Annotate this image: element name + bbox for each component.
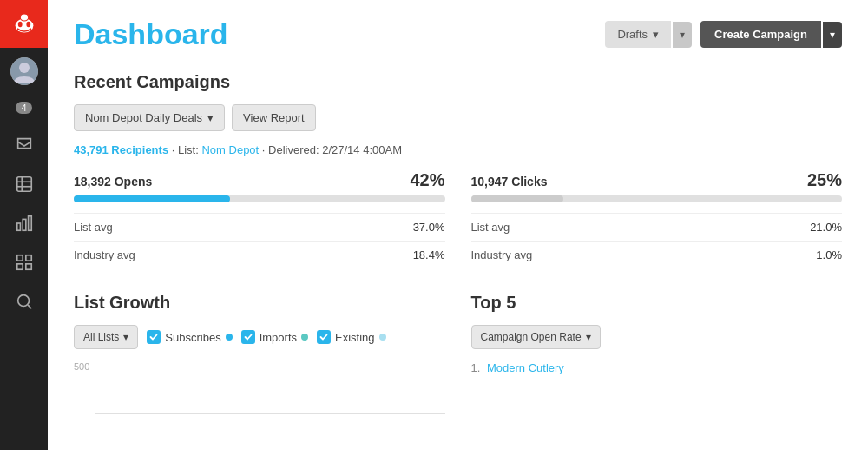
subscribes-dot: [226, 334, 233, 341]
opens-list-avg-label: List avg: [74, 221, 113, 234]
clicks-industry-avg-row: Industry avg 1.0%: [471, 241, 843, 268]
subscribes-checkbox-item[interactable]: Subscribes: [147, 330, 232, 344]
campaign-toolbar: Nom Depot Daily Deals ▾ View Report: [74, 104, 842, 131]
avatar-image: [10, 57, 38, 85]
existing-label: Existing: [335, 331, 375, 344]
imports-label: Imports: [260, 331, 297, 344]
svg-rect-15: [16, 263, 22, 268]
top5-filter-chevron-icon: ▾: [586, 331, 591, 343]
opens-list-avg-row: List avg 37.0%: [74, 213, 445, 241]
list-name-link[interactable]: Nom Depot: [201, 143, 259, 156]
clicks-progress-fill: [471, 195, 564, 202]
header-actions: Drafts ▾ ▾ Create Campaign ▾: [605, 21, 842, 48]
recent-campaigns-title: Recent Campaigns: [74, 72, 842, 92]
clicks-list-avg-row: List avg 21.0%: [471, 213, 843, 241]
drafts-label: Drafts: [617, 28, 648, 41]
top5-name-1-link[interactable]: Modern Cutlery: [487, 361, 564, 374]
chart-y-label: 500: [74, 361, 89, 372]
top5-section: Top 5 Campaign Open Rate ▾ 1. Modern Cut…: [471, 293, 843, 414]
opens-industry-avg-row: Industry avg 18.4%: [74, 241, 445, 268]
bottom-grid: List Growth All Lists ▾ Subscribes: [74, 293, 842, 414]
clicks-industry-avg-label: Industry avg: [471, 248, 533, 261]
svg-point-5: [19, 63, 30, 73]
drafts-chevron-icon: ▾: [653, 28, 659, 41]
svg-rect-6: [16, 176, 31, 191]
list-growth-chart: 500: [74, 361, 445, 414]
clicks-main: 10,947 Clicks 25%: [471, 170, 843, 190]
campaign-select-label: Nom Depot Daily Deals: [85, 111, 202, 124]
recipients-count[interactable]: 43,791 Recipients: [74, 143, 168, 156]
opens-main: 18,392 Opens 42%: [74, 170, 445, 190]
list-prefix: · List:: [172, 143, 199, 156]
opens-list-avg-val: 37.0%: [413, 221, 445, 234]
svg-line-18: [28, 305, 31, 308]
clicks-progress-bg: [471, 195, 843, 202]
sidebar-badge-area[interactable]: 4: [0, 90, 48, 125]
top5-title: Top 5: [471, 293, 843, 313]
existing-checkbox[interactable]: [317, 330, 331, 344]
opens-progress-fill: [74, 195, 230, 202]
imports-checkbox-item[interactable]: Imports: [241, 330, 308, 344]
imports-checkbox[interactable]: [241, 330, 255, 344]
sidebar-logo[interactable]: [0, 0, 48, 48]
svg-rect-10: [16, 223, 20, 230]
svg-rect-11: [23, 219, 26, 230]
list-growth-title: List Growth: [74, 293, 445, 313]
svg-rect-14: [25, 255, 30, 260]
opens-pct: 42%: [410, 170, 444, 190]
opens-industry-avg-val: 18.4%: [413, 248, 445, 261]
campaign-meta: 43,791 Recipients · List: Nom Depot · De…: [74, 143, 842, 156]
subscribes-label: Subscribes: [165, 331, 220, 344]
sidebar-item-automations[interactable]: [0, 242, 48, 281]
sidebar-item-campaigns[interactable]: [0, 125, 48, 164]
svg-rect-13: [16, 255, 22, 260]
existing-checkbox-item[interactable]: Existing: [317, 330, 386, 344]
main-content: Dashboard Drafts ▾ ▾ Create Campaign ▾ R…: [48, 0, 868, 450]
list-growth-section: List Growth All Lists ▾ Subscribes: [74, 293, 445, 414]
opens-industry-avg-label: Industry avg: [74, 248, 135, 261]
sidebar-avatar[interactable]: [0, 51, 48, 90]
sidebar-item-search[interactable]: [0, 281, 48, 321]
campaign-select-chevron-icon: ▾: [207, 111, 214, 124]
top5-rank-1: 1.: [471, 361, 481, 374]
all-lists-chevron-icon: ▾: [123, 331, 128, 343]
view-report-button[interactable]: View Report: [232, 104, 316, 131]
top5-filter-label: Campaign Open Rate: [481, 331, 582, 343]
recent-campaigns-section: Recent Campaigns Nom Depot Daily Deals ▾…: [74, 72, 842, 268]
svg-point-1: [17, 21, 22, 26]
page-title: Dashboard: [74, 17, 228, 51]
sidebar-item-lists[interactable]: [0, 164, 48, 203]
stats-grid: 18,392 Opens 42% List avg 37.0% Industry…: [74, 170, 842, 268]
list-growth-filters: All Lists ▾ Subscribes Imports: [74, 325, 445, 349]
create-campaign-arrow-button[interactable]: ▾: [823, 22, 842, 48]
svg-point-2: [26, 21, 30, 26]
svg-point-17: [17, 294, 29, 306]
top5-filter-button[interactable]: Campaign Open Rate ▾: [471, 325, 601, 349]
subscribes-checkbox[interactable]: [147, 330, 161, 344]
clicks-list-avg-label: List avg: [471, 221, 510, 234]
page-header: Dashboard Drafts ▾ ▾ Create Campaign ▾: [74, 17, 842, 51]
clicks-label: 10,947 Clicks: [471, 175, 548, 189]
svg-rect-12: [28, 215, 31, 230]
create-campaign-button[interactable]: Create Campaign: [700, 21, 821, 48]
opens-progress-bg: [74, 195, 445, 202]
clicks-industry-avg-val: 1.0%: [816, 248, 842, 261]
clicks-pct: 25%: [807, 170, 842, 190]
opens-label: 18,392 Opens: [74, 175, 152, 189]
opens-stat: 18,392 Opens 42% List avg 37.0% Industry…: [74, 170, 445, 268]
svg-rect-16: [25, 263, 30, 268]
clicks-stat: 10,947 Clicks 25% List avg 21.0% Industr…: [471, 170, 843, 268]
campaign-select-button[interactable]: Nom Depot Daily Deals ▾: [74, 104, 225, 131]
top5-item-1: 1. Modern Cutlery: [471, 361, 843, 374]
all-lists-filter-button[interactable]: All Lists ▾: [74, 325, 138, 349]
delivered-text: · Delivered: 2/27/14 4:00AM: [262, 143, 402, 156]
notification-badge: 4: [16, 102, 31, 114]
drafts-arrow-button[interactable]: ▾: [673, 22, 692, 48]
existing-dot: [379, 334, 386, 341]
drafts-button[interactable]: Drafts ▾: [605, 21, 671, 48]
all-lists-label: All Lists: [83, 331, 119, 343]
imports-dot: [301, 334, 308, 341]
clicks-list-avg-val: 21.0%: [810, 221, 842, 234]
svg-point-3: [20, 14, 29, 21]
sidebar-item-reports[interactable]: [0, 203, 48, 242]
